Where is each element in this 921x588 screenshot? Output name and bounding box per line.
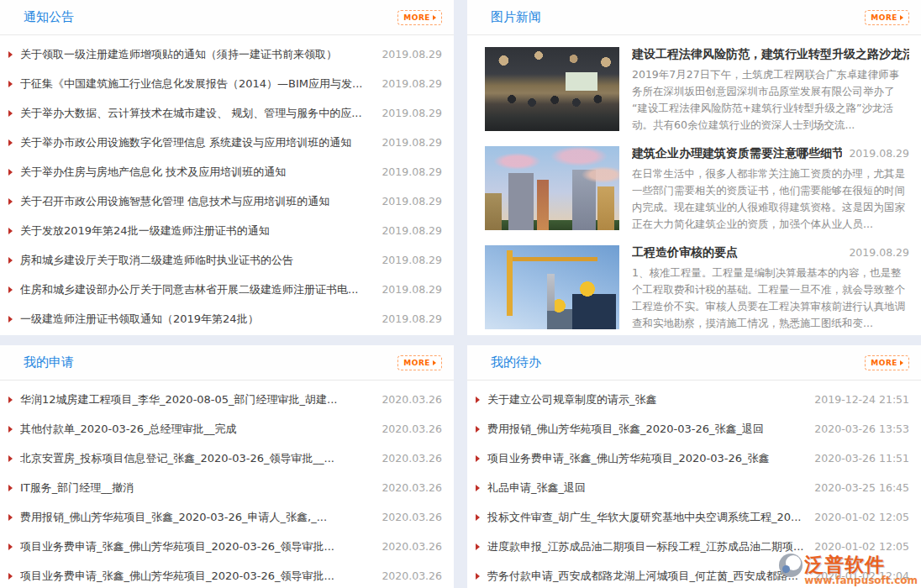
news-article-title[interactable]: 工程造价审核的要点	[632, 245, 738, 260]
item-text: 关于领取一级注册建造师增项贴的通知（须持一建证书前来领取）	[20, 47, 373, 62]
bullet-icon	[8, 514, 13, 521]
more-arrow-icon	[433, 15, 436, 20]
item-text: 费用报销_佛山芳华苑项目_张鑫_2020-03-26_申请人_张鑫,_...	[20, 510, 373, 525]
item-text: 关于举办市政公用设施数字化管理信息 系统建设与应用培训班的通知	[20, 135, 373, 150]
bullet-icon	[8, 110, 13, 117]
list-item[interactable]: 项目业务费申请_张鑫_佛山芳华苑项目_2020-03-26_张鑫2020-03-…	[467, 444, 921, 473]
list-item[interactable]: 关于举办住房与房地产信息化 技术及应用培训班的通知2019.08.29	[0, 157, 454, 186]
list-item[interactable]: 费用报销_佛山芳华苑项目_张鑫_2020-03-26_申请人_张鑫,_...20…	[0, 502, 454, 532]
news-title: 图片新闻	[491, 9, 541, 25]
list-item[interactable]: 投标文件审查_胡广生_华软大厦研究基地中央空调系统工程_20...2020-01…	[467, 502, 921, 532]
news-list: 建设工程法律风险防范，建筑行业转型升级之路沙龙活动 2019年7月27日下午，土…	[467, 35, 921, 332]
item-date: 2020-01-02 12:05	[814, 511, 909, 523]
list-item[interactable]: 关于领取一级注册建造师增项贴的通知（须持一建证书前来领取）2019.08.29	[0, 39, 454, 69]
item-date: 2019.08.29	[382, 136, 442, 149]
bullet-icon	[476, 485, 480, 491]
list-item[interactable]: 房和城乡建设厅关于取消二级建造师临时执业证书的公告2019.08.29	[0, 245, 454, 275]
list-item[interactable]: 北京安置房_投标项目信息登记_张鑫_2020-03-26_领导审批__...20…	[0, 444, 454, 473]
item-date: 2020.03.26	[382, 452, 442, 465]
list-item[interactable]: 住房和城乡建设部办公厅关于同意吉林省开展二级建造师注册证书电...2019.08…	[0, 275, 454, 304]
bullet-icon	[8, 198, 13, 205]
news-article-date: 2019.08.29	[849, 147, 909, 160]
list-item[interactable]: 项目业务费申请_张鑫_佛山芳华苑项目_2020-03-26_领导审批...202…	[0, 561, 454, 588]
item-text: 费用报销_佛山芳华苑项目_张鑫_2020-03-26_张鑫_退回	[487, 422, 806, 437]
item-date: 2019-12-24 21:51	[814, 393, 909, 406]
list-item[interactable]: 费用报销_佛山芳华苑项目_张鑫_2020-03-26_张鑫_退回2020-03-…	[467, 414, 921, 444]
list-item[interactable]: 于征集《中国建筑施工行业信息化发展报告（2014）—BIM应用与发...2019…	[0, 69, 454, 98]
construction-site-photo[interactable]	[485, 245, 619, 329]
list-item[interactable]: 关于召开市政公用设施智慧化管理 信息技术与应用培训班的通知2019.08.29	[0, 186, 454, 216]
list-item[interactable]: 一级建造师注册证书领取通知（2019年第24批）2019.08.29	[0, 304, 454, 333]
news-content: 建筑企业办理建筑资质需要注意哪些细节 2019.08.29 在日常生活中，很多人…	[632, 146, 909, 233]
news-content: 工程造价审核的要点 2019.08.29 1、核准工程量。工程量是编制决算最基本…	[632, 245, 909, 332]
news-article-title[interactable]: 建设工程法律风险防范，建筑行业转型升级之路沙龙活动	[632, 47, 909, 62]
item-date: 2020.03.26	[382, 540, 442, 553]
list-item[interactable]: 关于举办市政公用设施数字化管理信息 系统建设与应用培训班的通知2019.08.2…	[0, 128, 454, 157]
list-item[interactable]: 项目业务费申请_张鑫_佛山芳华苑项目_2020-03-26_领导审批...202…	[0, 532, 454, 561]
more-arrow-icon	[433, 360, 436, 365]
list-item[interactable]: 华润12城房建工程项目_李华_2020-08-05_部门经理审批_胡建...20…	[0, 385, 454, 414]
my-todos-panel: 我的待办 MORE 关于建立公司规章制度的请示_张鑫2019-12-24 21:…	[467, 345, 921, 588]
my-applications-panel: 我的申请 MORE 华润12城房建工程项目_李华_2020-08-05_部门经理…	[0, 345, 454, 588]
city-skyline-photo[interactable]	[485, 146, 619, 230]
news-article-body: 1、核准工程量。工程量是编制决算最基本的内容，也是整个工程取费和计税的基础。工程…	[632, 265, 909, 332]
news-article: 建设工程法律风险防范，建筑行业转型升级之路沙龙活动 2019年7月27日下午，土…	[485, 47, 909, 134]
todos-title: 我的待办	[491, 354, 541, 370]
item-date: 2019.08.29	[382, 77, 442, 90]
list-item[interactable]: 劳务付款申请_西安成都路龙湖上河城项目_何芷茵_西安成都路...2020-01-…	[467, 561, 921, 588]
item-text: 关于举办大数据、云计算技术在城市建设、 规划、管理与服务中的应...	[20, 106, 373, 121]
news-header: 图片新闻 MORE	[467, 0, 921, 35]
bullet-icon	[8, 426, 13, 433]
item-text: 房和城乡建设厅关于取消二级建造师临时执业证书的公告	[20, 253, 373, 268]
seminar-photo[interactable]	[485, 47, 619, 131]
news-article-title[interactable]: 建筑企业办理建筑资质需要注意哪些细节	[632, 146, 842, 161]
item-date: 2020-03-26 11:51	[814, 452, 909, 465]
applications-more-button[interactable]: MORE	[397, 355, 442, 370]
item-date: 2020-03-25 16:45	[814, 481, 909, 494]
list-item[interactable]: 礼品申请_张鑫_退回2020-03-25 16:45	[467, 473, 921, 502]
bullet-icon	[8, 543, 13, 550]
notices-more-button[interactable]: MORE	[397, 10, 442, 25]
item-date: 2019.08.29	[382, 195, 442, 207]
bullet-icon	[476, 455, 480, 462]
item-text: 于征集《中国建筑施工行业信息化发展报告（2014）—BIM应用与发...	[20, 76, 373, 92]
item-text: 一级建造师注册证书领取通知（2019年第24批）	[20, 312, 373, 327]
item-text: 关于召开市政公用设施智慧化管理 信息技术与应用培训班的通知	[20, 194, 373, 209]
list-item[interactable]: IT服务_部门经理__撤消2020.03.26	[0, 473, 454, 502]
item-date: 2020.03.26	[382, 511, 442, 523]
item-text: 关于发放2019年第24批一级建造师注册证书的通知	[20, 223, 373, 239]
item-date: 2019.08.29	[382, 48, 442, 60]
item-date: 2020-01-02 12:04	[814, 570, 909, 582]
news-article: 工程造价审核的要点 2019.08.29 1、核准工程量。工程量是编制决算最基本…	[485, 245, 909, 332]
applications-title: 我的申请	[24, 354, 74, 370]
news-more-button[interactable]: MORE	[865, 10, 909, 25]
applications-list: 华润12城房建工程项目_李华_2020-08-05_部门经理审批_胡建...20…	[0, 381, 454, 588]
item-text: 北京安置房_投标项目信息登记_张鑫_2020-03-26_领导审批__...	[20, 451, 373, 466]
item-text: 项目业务费申请_张鑫_佛山芳华苑项目_2020-03-26_领导审批...	[20, 539, 373, 554]
list-item[interactable]: 进度款申报_江苏成品油二期项目一标段工程_江苏成品油二期项...2020-01-…	[467, 532, 921, 561]
item-date: 2019.08.29	[382, 254, 442, 266]
todos-more-button[interactable]: MORE	[865, 355, 909, 370]
list-item[interactable]: 关于建立公司规章制度的请示_张鑫2019-12-24 21:51	[467, 385, 921, 414]
list-item[interactable]: 其他付款单_2020-03-26_总经理审批__完成2020.03.26	[0, 414, 454, 444]
list-item[interactable]: 关于举办大数据、云计算技术在城市建设、 规划、管理与服务中的应...2019.0…	[0, 98, 454, 128]
more-label: MORE	[871, 13, 897, 23]
item-text: 投标文件审查_胡广生_华软大厦研究基地中央空调系统工程_20...	[487, 510, 806, 525]
item-date: 2019.08.29	[382, 224, 442, 237]
notices-title: 通知公告	[24, 9, 74, 25]
notices-panel: 通知公告 MORE 关于领取一级注册建造师增项贴的通知（须持一建证书前来领取）2…	[0, 0, 454, 335]
applications-header: 我的申请 MORE	[0, 345, 454, 381]
list-item[interactable]: 关于发放2019年第24批一级建造师注册证书的通知2019.08.29	[0, 216, 454, 245]
item-date: 2019.08.29	[382, 165, 442, 178]
bullet-icon	[8, 51, 13, 58]
item-text: 其他付款单_2020-03-26_总经理审批__完成	[20, 422, 373, 437]
item-date: 2020.03.26	[382, 423, 442, 435]
todos-list: 关于建立公司规章制度的请示_张鑫2019-12-24 21:51 费用报销_佛山…	[467, 381, 921, 588]
item-date: 2019.08.29	[382, 283, 442, 296]
news-article-body: 在日常生活中，很多人都非常关注施工资质的办理，尤其是一些部门需要相关的资质证书，…	[632, 165, 909, 233]
more-label: MORE	[403, 13, 430, 23]
bullet-icon	[8, 396, 13, 403]
item-text: 劳务付款申请_西安成都路龙湖上河城项目_何芷茵_西安成都路...	[487, 569, 806, 584]
bullet-icon	[8, 485, 13, 491]
item-text: 项目业务费申请_张鑫_佛山芳华苑项目_2020-03-26_领导审批...	[20, 569, 373, 584]
